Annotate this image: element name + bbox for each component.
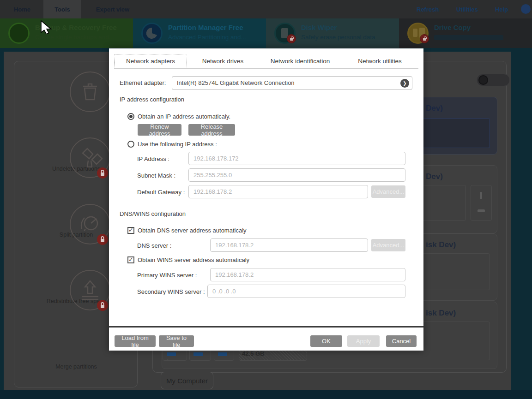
account-icon[interactable] <box>521 4 531 14</box>
nav-link-help-label: Help <box>495 6 508 13</box>
dns-server-label: DNS server : <box>137 242 171 249</box>
top-navigation-bar: Home Tools Expert view Refresh Utilities… <box>0 0 532 18</box>
tile-drive-copy[interactable]: Drive Copy <box>399 18 532 48</box>
lock-badge-icon <box>97 233 109 245</box>
tile-title: Partition Manager Free <box>168 24 243 31</box>
frame-left <box>0 48 4 399</box>
nav-tab-home[interactable]: Home <box>7 0 37 18</box>
tab-network-identification[interactable]: Network identification <box>259 54 342 68</box>
tile-title: Drive Copy <box>434 24 471 31</box>
glyph-smudge <box>478 209 485 212</box>
tab-label: Network drives <box>202 58 243 65</box>
nav-link-utilities[interactable]: Utilities <box>456 0 478 18</box>
partition-label-smudge <box>193 352 203 356</box>
ethernet-adapter-select[interactable]: Intel(R) 82574L Gigabit Network Connecti… <box>172 76 412 90</box>
tile-subtitle-smudge <box>434 35 503 40</box>
nav-link-help[interactable]: Help <box>495 0 508 18</box>
lock-badge-icon <box>97 299 109 311</box>
ethernet-adapter-value: Intel(R) 82574L Gigabit Network Connecti… <box>177 79 295 86</box>
cancel-button[interactable]: Cancel <box>386 335 417 347</box>
view-toggle[interactable] <box>477 74 510 86</box>
locked-badge-icon <box>287 34 296 43</box>
tile-subtitle: Advanced Partitioning and... <box>168 34 246 41</box>
tab-label: Network identification <box>271 58 330 65</box>
tile-disk-wiper[interactable]: Disk Wiper Safely erase personal data <box>266 18 399 48</box>
tile-subtitle: Safely erase personal data <box>301 34 375 41</box>
drive-glyph <box>413 29 417 37</box>
disk-panel-title: isk Dev) <box>426 240 456 250</box>
secondary-wins-label: Secondary WINS server : <box>137 288 205 295</box>
nav-tab-expert-view-label: Expert view <box>96 6 129 13</box>
partition-label-smudge <box>218 352 227 356</box>
load-from-file-button[interactable]: Load from file <box>115 335 156 347</box>
locked-badge-icon <box>420 34 429 43</box>
partition-label-smudge <box>167 352 176 356</box>
nav-tab-tools-label: Tools <box>54 6 70 13</box>
frame-bottom <box>0 390 532 399</box>
dns-config-section-title: DNS/WINS configuration <box>120 210 186 217</box>
dialog-footer: Load from file Save to file OK Apply Can… <box>109 326 423 351</box>
ip-address-label: IP Address : <box>137 155 169 162</box>
partition-size-label: 42.5 GB <box>242 350 264 357</box>
disk-panel-title: isk Dev) <box>426 309 456 318</box>
tab-network-utilities[interactable]: Network utilities <box>342 54 418 68</box>
dns-server-input[interactable] <box>210 238 368 252</box>
checkbox-obtain-wins-auto-label: Obtain WINS server address automaticaly <box>138 256 249 263</box>
radio-use-following-ip[interactable] <box>127 141 134 148</box>
nav-tab-tools[interactable]: Tools <box>43 0 81 18</box>
network-configuration-dialog: Network adapters Network drives Network … <box>109 48 423 351</box>
tile-partition-manager[interactable]: Partition Manager Free Advanced Partitio… <box>133 18 266 48</box>
secondary-wins-input[interactable] <box>207 285 405 298</box>
apply-button[interactable]: Apply <box>347 335 380 347</box>
disk-panel-title: Dev) <box>426 172 443 181</box>
checkbox-obtain-wins-auto[interactable] <box>127 256 134 263</box>
radio-obtain-ip-auto-label: Obtain an IP address automaticaly. <box>138 113 230 120</box>
pie-glyph <box>146 28 157 39</box>
toggle-knob-icon <box>478 75 488 85</box>
partition-manager-icon <box>141 23 163 44</box>
trash-icon <box>69 71 111 113</box>
mouse-cursor-icon <box>41 20 53 34</box>
release-address-button[interactable]: Release address <box>188 124 235 136</box>
nav-tab-expert-view[interactable]: Expert view <box>91 0 135 18</box>
tab-my-computer[interactable]: My Computer <box>161 372 213 389</box>
primary-wins-input[interactable] <box>210 268 405 281</box>
subnet-mask-input[interactable] <box>188 168 405 182</box>
frame-right <box>511 48 532 399</box>
chevron-right-icon[interactable]: ❯ <box>400 79 409 88</box>
nav-link-refresh[interactable]: Refresh <box>417 0 439 18</box>
ip-address-input[interactable] <box>188 152 405 165</box>
tab-my-computer-label: My Computer <box>166 377 208 385</box>
checkbox-obtain-dns-auto[interactable] <box>127 227 134 234</box>
drive-copy-icon <box>407 23 429 44</box>
ethernet-adapter-label: Ethernet adapter: <box>120 79 166 86</box>
disk-panel-title: Dev) <box>426 104 443 113</box>
save-to-file-button[interactable]: Save to file <box>159 335 194 347</box>
default-gateway-input[interactable] <box>188 185 368 198</box>
lock-badge-icon <box>97 167 109 179</box>
ok-button[interactable]: OK <box>310 335 342 347</box>
tab-label: Network utilities <box>358 58 402 65</box>
ip-config-section-title: IP address configuration <box>120 96 184 103</box>
tab-network-drives[interactable]: Network drives <box>187 54 259 68</box>
primary-wins-label: Primary WINS server : <box>137 272 197 279</box>
nav-link-utilities-label: Utilities <box>456 6 478 13</box>
tab-network-adapters[interactable]: Network adapters <box>114 54 187 68</box>
dns-advanced-button[interactable]: Advanced... <box>371 239 405 251</box>
checkbox-obtain-dns-auto-label: Obtain DNS server address automaticaly <box>138 227 247 234</box>
tab-label: Network adapters <box>126 58 175 65</box>
dialog-tab-bar: Network adapters Network drives Network … <box>114 54 418 69</box>
radio-obtain-ip-auto[interactable] <box>127 113 134 120</box>
nav-tab-home-label: Home <box>14 6 30 13</box>
tile-subtitle: Create single backups and... <box>35 34 114 41</box>
gateway-advanced-button[interactable]: Advanced... <box>371 185 405 198</box>
renew-address-button[interactable]: Renew address <box>138 124 181 136</box>
backup-recovery-icon <box>8 23 30 44</box>
app-window: Home Tools Expert view Refresh Utilities… <box>0 0 532 399</box>
radio-use-following-ip-label: Use the following IP address : <box>138 141 217 148</box>
partition-block-small[interactable] <box>471 185 492 221</box>
disk-wiper-icon <box>274 23 296 44</box>
glyph-smudge <box>480 192 482 199</box>
nav-link-refresh-label: Refresh <box>417 6 439 13</box>
tile-backup-recovery[interactable]: Backup & Recovery Free Create single bac… <box>0 18 133 48</box>
